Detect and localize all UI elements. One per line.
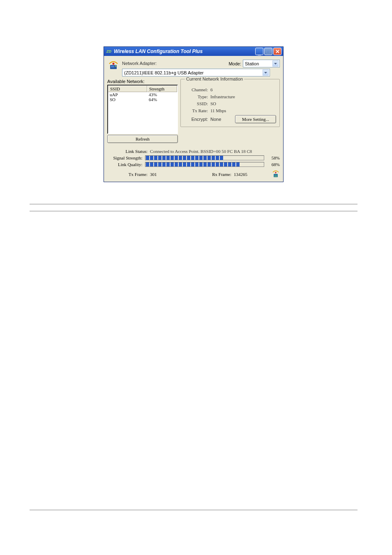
adapter-dropdown[interactable]: (ZD1211)IEEE 802.11b+g USB Adapter bbox=[122, 69, 270, 76]
wlan-config-dialog: ZD Wireless LAN Configuration Tool Plus … bbox=[104, 46, 284, 182]
svg-rect-3 bbox=[115, 65, 116, 67]
cell-strength: 43% bbox=[147, 92, 177, 97]
cell-ssid: SO bbox=[108, 97, 147, 102]
meter-segment bbox=[179, 156, 182, 160]
titlebar[interactable]: ZD Wireless LAN Configuration Tool Plus … bbox=[104, 47, 283, 56]
channel-label: Channel: bbox=[184, 87, 208, 92]
meter-segment bbox=[158, 156, 161, 160]
meter-segment bbox=[162, 156, 166, 160]
link-status-value: Connected to Access Point. BSSID=00 50 F… bbox=[150, 149, 280, 154]
close-button[interactable]: ✕ bbox=[273, 48, 281, 55]
svg-point-6 bbox=[275, 172, 277, 173]
meter-segment bbox=[228, 162, 231, 166]
cell-ssid: uAP bbox=[108, 92, 147, 97]
meter-segment bbox=[187, 162, 190, 166]
client-area: Network Adapter: Mode: Station (ZD1211)I… bbox=[104, 56, 283, 182]
list-item[interactable]: SO64% bbox=[108, 97, 177, 102]
channel-value: 6 bbox=[210, 87, 213, 92]
meter-segment bbox=[191, 162, 194, 166]
page-divider bbox=[30, 510, 357, 510]
meter-segment bbox=[166, 162, 170, 166]
meter-segment bbox=[158, 162, 161, 166]
rx-frame-label: Rx Frame: bbox=[179, 172, 234, 177]
meter-segment bbox=[220, 162, 223, 166]
meter-segment bbox=[216, 162, 219, 166]
meter-segment bbox=[208, 162, 211, 166]
page-divider bbox=[30, 204, 357, 204]
encrypt-label: Encrypt: bbox=[184, 117, 208, 122]
rx-frame-value: 134265 bbox=[234, 172, 271, 177]
ssid-label: SSID: bbox=[184, 101, 208, 106]
meter-segment bbox=[171, 162, 174, 166]
meter-segment bbox=[187, 156, 190, 160]
meter-segment bbox=[146, 162, 149, 166]
app-icon: ZD bbox=[106, 48, 112, 55]
cell-strength: 64% bbox=[147, 97, 177, 102]
meter-segment bbox=[199, 162, 203, 166]
adapter-icon bbox=[107, 59, 120, 72]
more-setting-button[interactable]: More Setting... bbox=[235, 115, 276, 123]
meter-segment bbox=[183, 162, 186, 166]
svg-marker-5 bbox=[264, 72, 267, 74]
page-divider bbox=[30, 211, 357, 211]
tx-frame-label: Tx Frame: bbox=[107, 172, 150, 177]
type-label: Type: bbox=[184, 94, 208, 99]
ssid-value: SO bbox=[210, 101, 216, 106]
meter-segment bbox=[216, 156, 219, 160]
col-header-strength[interactable]: Strength bbox=[147, 86, 177, 92]
svg-rect-2 bbox=[111, 66, 114, 67]
meter-segment bbox=[236, 162, 240, 166]
network-info-legend: Current Network Information bbox=[185, 76, 244, 81]
maximize-button: ☐ bbox=[264, 48, 272, 55]
svg-marker-4 bbox=[274, 63, 277, 65]
meter-segment bbox=[212, 162, 215, 166]
tx-frame-value: 301 bbox=[150, 172, 179, 177]
txrate-label: Tx Rate: bbox=[184, 108, 208, 113]
mode-dropdown[interactable]: Station bbox=[243, 60, 280, 67]
meter-segment bbox=[224, 162, 227, 166]
adapter-selected: (ZD1211)IEEE 802.11b+g USB Adapter bbox=[124, 70, 263, 75]
meter-segment bbox=[220, 156, 223, 160]
link-quality-label: Link Quality: bbox=[107, 162, 145, 167]
link-status-label: Link Status: bbox=[107, 149, 150, 154]
meter-segment bbox=[199, 156, 203, 160]
meter-segment bbox=[175, 156, 178, 160]
refresh-button[interactable]: Refresh bbox=[107, 135, 178, 143]
meter-segment bbox=[171, 156, 174, 160]
meter-segment bbox=[212, 156, 215, 160]
signal-strength-meter bbox=[145, 155, 264, 160]
svg-text:ZD: ZD bbox=[274, 175, 277, 177]
available-network-list[interactable]: SSID Strength uAP43%SO64% bbox=[107, 85, 178, 134]
col-header-ssid[interactable]: SSID bbox=[108, 86, 147, 92]
type-value: Infrastructure bbox=[210, 94, 235, 99]
signal-strength-pct: 58% bbox=[264, 155, 280, 160]
meter-segment bbox=[183, 156, 186, 160]
meter-segment bbox=[175, 162, 178, 166]
encrypt-value: None bbox=[210, 117, 221, 122]
svg-point-0 bbox=[113, 63, 115, 65]
meter-segment bbox=[191, 156, 194, 160]
meter-segment bbox=[232, 162, 235, 166]
signal-strength-label: Signal Strength: bbox=[107, 155, 145, 160]
meter-segment bbox=[146, 156, 149, 160]
network-info-group: Current Network Information Channel: 6 T… bbox=[180, 79, 280, 127]
meter-segment bbox=[195, 156, 198, 160]
link-quality-meter bbox=[145, 162, 264, 167]
chevron-down-icon bbox=[263, 69, 269, 76]
meter-segment bbox=[195, 162, 198, 166]
mode-label: Mode: bbox=[228, 61, 241, 66]
meter-segment bbox=[203, 156, 207, 160]
meter-segment bbox=[154, 162, 157, 166]
meter-segment bbox=[154, 156, 157, 160]
list-item[interactable]: uAP43% bbox=[108, 92, 177, 97]
meter-segment bbox=[208, 156, 211, 160]
minimize-button[interactable]: _ bbox=[255, 48, 263, 55]
window-title: Wireless LAN Configuration Tool Plus bbox=[114, 49, 255, 54]
meter-segment bbox=[150, 162, 153, 166]
meter-segment bbox=[179, 162, 182, 166]
link-quality-pct: 68% bbox=[264, 162, 280, 167]
available-network-label: Available Network: bbox=[107, 79, 178, 84]
usb-link-icon: ZD bbox=[271, 170, 280, 178]
meter-segment bbox=[150, 156, 153, 160]
mode-selected: Station bbox=[245, 61, 272, 66]
